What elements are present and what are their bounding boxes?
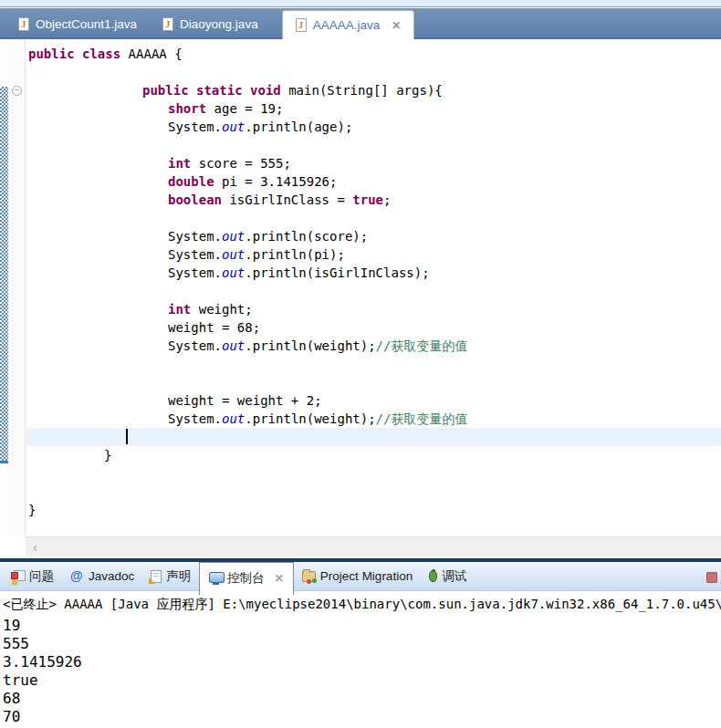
editor-tab-label: Diaoyong.java bbox=[180, 17, 258, 31]
code-line[interactable]: public class AAAAA { bbox=[26, 45, 721, 63]
code-segment: out bbox=[222, 265, 245, 280]
view-tab-label: 问题 bbox=[29, 568, 54, 585]
problems-icon bbox=[11, 570, 25, 582]
code-segment: System. bbox=[168, 229, 222, 244]
code-segment: true bbox=[352, 192, 383, 207]
view-tab-javadoc[interactable]: Javadoc bbox=[62, 562, 142, 591]
code-segment: .println(age); bbox=[245, 120, 352, 134]
code-segment: out bbox=[222, 411, 245, 426]
horizontal-scrollbar[interactable]: ‹ bbox=[26, 536, 721, 556]
code-line[interactable]: int weight; bbox=[26, 300, 721, 318]
code-segment: public bbox=[28, 47, 75, 61]
console-icon bbox=[209, 572, 223, 585]
code-line[interactable] bbox=[26, 483, 721, 501]
code-segment: weight; bbox=[191, 302, 252, 317]
code-segment: weight = 68; bbox=[168, 320, 260, 335]
code-line[interactable] bbox=[26, 464, 721, 483]
code-segment: pi = 3.1415926; bbox=[214, 174, 338, 189]
scroll-left-icon[interactable]: ‹ bbox=[26, 540, 37, 554]
code-segment: System. bbox=[168, 247, 222, 262]
code-segment: } bbox=[104, 448, 111, 463]
code-segment: weight = weight + 2; bbox=[168, 393, 322, 408]
folding-ruler: − bbox=[8, 39, 26, 536]
code-segment: } bbox=[28, 503, 36, 517]
code-segment bbox=[75, 47, 82, 61]
code-segment: double bbox=[168, 174, 214, 189]
code-segment bbox=[189, 83, 196, 98]
close-view-icon[interactable]: ✕ bbox=[275, 573, 284, 584]
code-segment: public bbox=[142, 83, 189, 98]
window-top-strip bbox=[0, 0, 721, 7]
code-line[interactable] bbox=[26, 355, 721, 373]
code-line[interactable]: int score = 555; bbox=[26, 154, 721, 172]
editor-tab[interactable]: Diaoyong.java bbox=[150, 8, 271, 39]
code-segment: System. bbox=[168, 338, 222, 353]
code-line[interactable] bbox=[26, 428, 721, 446]
view-tab-debug[interactable]: 调试 bbox=[421, 562, 475, 591]
code-segment: out bbox=[222, 120, 245, 134]
code-line[interactable]: System.out.println(score); bbox=[26, 227, 721, 245]
code-line[interactable]: boolean isGirlInClass = true; bbox=[26, 191, 721, 209]
text-cursor bbox=[126, 429, 128, 444]
code-line[interactable]: weight = 68; bbox=[26, 318, 721, 337]
project-migration-icon bbox=[302, 571, 316, 582]
code-line[interactable]: double pi = 3.1415926; bbox=[26, 172, 721, 191]
code-segment: int bbox=[168, 302, 191, 317]
view-tab-problems[interactable]: 问题 bbox=[3, 562, 62, 591]
view-tab-declaration[interactable]: 声明 bbox=[142, 562, 199, 591]
view-tab-label: Javadoc bbox=[89, 569, 134, 583]
code-line[interactable]: } bbox=[26, 501, 721, 519]
code-line[interactable]: weight = weight + 2; bbox=[26, 391, 721, 410]
console-output-line: 555 bbox=[3, 635, 721, 653]
code-line[interactable] bbox=[26, 373, 721, 391]
code-segment: int bbox=[168, 156, 191, 171]
java-file-icon bbox=[162, 17, 173, 31]
code-segment: .println(weight); bbox=[245, 411, 375, 426]
code-segment: score = 555; bbox=[191, 156, 291, 171]
code-line[interactable] bbox=[26, 209, 721, 227]
editor-tab-label: AAAAA.java bbox=[313, 18, 381, 32]
editor-pane: − public class AAAAA {public static void… bbox=[0, 39, 721, 536]
code-line[interactable]: } bbox=[26, 446, 721, 464]
code-line[interactable] bbox=[26, 63, 721, 81]
code-segment: class bbox=[82, 47, 120, 61]
code-line[interactable]: short age = 19; bbox=[26, 99, 721, 118]
code-segment: boolean bbox=[168, 192, 222, 207]
code-segment: ; bbox=[383, 192, 391, 207]
code-segment: out bbox=[222, 247, 245, 262]
console-output-line: 68 bbox=[3, 690, 721, 708]
code-segment: AAAAA { bbox=[120, 47, 182, 61]
code-line[interactable]: System.out.println(isGirlInClass); bbox=[26, 264, 721, 282]
console-output-line: true bbox=[3, 671, 721, 690]
view-tab-project-migration[interactable]: Project Migration bbox=[294, 562, 421, 591]
code-line[interactable]: public static void main(String[] args){ bbox=[26, 81, 721, 99]
view-tab-label: 声明 bbox=[166, 568, 191, 585]
console-view[interactable]: <已终止> AAAAA [Java 应用程序] E:\myeclipse2014… bbox=[0, 591, 721, 728]
editor-tab-label: ObjectCount1.java bbox=[36, 17, 137, 31]
code-segment: System. bbox=[168, 411, 222, 426]
java-file-icon bbox=[18, 17, 29, 31]
code-line[interactable] bbox=[26, 136, 721, 154]
fold-collapse-icon[interactable]: − bbox=[12, 86, 22, 96]
code-segment: System. bbox=[168, 120, 222, 134]
code-line[interactable]: System.out.println(pi); bbox=[26, 245, 721, 264]
view-tab-console[interactable]: 控制台✕ bbox=[199, 562, 294, 595]
code-line[interactable]: System.out.println(age); bbox=[26, 118, 721, 136]
code-area[interactable]: public class AAAAA {public static void m… bbox=[26, 39, 721, 518]
console-output: 195553.1415926true6870 bbox=[3, 617, 721, 726]
console-output-line: 19 bbox=[3, 617, 721, 635]
terminate-button[interactable] bbox=[706, 572, 717, 583]
view-tab-label: Project Migration bbox=[320, 569, 413, 583]
javadoc-icon bbox=[70, 569, 84, 583]
code-segment: short bbox=[168, 101, 206, 116]
code-segment: main(String[] args){ bbox=[281, 83, 443, 98]
code-segment: System. bbox=[168, 265, 222, 280]
editor-tab[interactable]: ObjectCount1.java bbox=[5, 8, 150, 39]
code-line[interactable]: System.out.println(weight);//获取变量的值 bbox=[26, 410, 721, 428]
editor-tab[interactable]: AAAAA.java✕ bbox=[282, 10, 415, 39]
code-line[interactable]: System.out.println(weight);//获取变量的值 bbox=[26, 337, 721, 355]
code-segment: static bbox=[196, 83, 243, 98]
code-line[interactable] bbox=[26, 282, 721, 300]
close-tab-icon[interactable]: ✕ bbox=[392, 20, 401, 31]
bottom-view-tabbar: 问题Javadoc声明控制台✕Project Migration调试 bbox=[0, 562, 721, 591]
